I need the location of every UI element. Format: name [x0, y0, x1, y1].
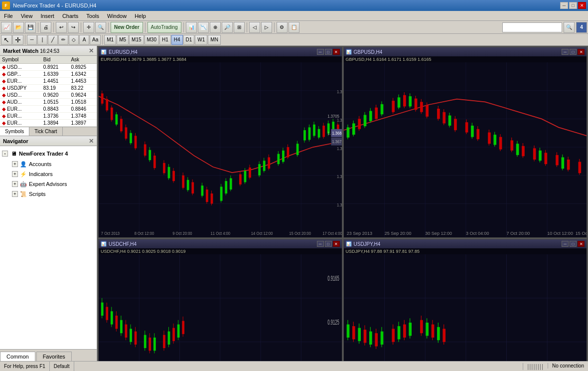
- search-button[interactable]: 🔍: [564, 22, 575, 33]
- nav-expert-advisors[interactable]: + 🤖 Expert Advisors: [10, 179, 97, 189]
- tf-w1[interactable]: W1: [195, 35, 207, 45]
- svg-rect-132: [375, 108, 378, 119]
- market-watch-row[interactable]: ◆EUR...1.37361.3748: [0, 113, 97, 120]
- close-button[interactable]: ✕: [578, 2, 586, 9]
- account-button[interactable]: 4: [576, 22, 587, 33]
- tab-common[interactable]: Common: [0, 352, 35, 361]
- market-watch-row[interactable]: ◆EUR...0.88430.8846: [0, 106, 97, 113]
- toolbar-btn-b[interactable]: 📉: [198, 22, 209, 33]
- new-order-button[interactable]: New Order: [111, 22, 143, 33]
- chart-usdchf-title: USDCHF,H4: [109, 241, 137, 247]
- chart-usdchf-titlebar: 📊 USDCHF,H4 ─ □ ✕: [99, 239, 342, 248]
- toolbar-btn-h[interactable]: ⚙: [277, 22, 288, 33]
- menu-window[interactable]: Window: [103, 12, 131, 20]
- tf-mn[interactable]: MN: [208, 35, 221, 45]
- menu-file[interactable]: File: [0, 12, 17, 20]
- ask-cell: 0.8925: [69, 64, 97, 71]
- chart-eurusd-minimize[interactable]: ─: [317, 49, 324, 55]
- toolbar-zoom[interactable]: 🔍: [95, 22, 106, 33]
- menu-help[interactable]: Help: [131, 12, 150, 20]
- tf-m1[interactable]: M1: [104, 35, 116, 45]
- chart-usdchf-maximize[interactable]: □: [325, 241, 332, 247]
- tf-m5[interactable]: M5: [117, 35, 129, 45]
- toolbar-new-chart[interactable]: 📈: [1, 22, 12, 33]
- chart-usdchf-body[interactable]: 0.9165 0.9125: [99, 254, 342, 361]
- toolbar-save[interactable]: 💾: [25, 22, 36, 33]
- tf-h4[interactable]: H4: [171, 35, 183, 45]
- toolbar-btn-g[interactable]: ▷: [261, 22, 272, 33]
- tf-h1[interactable]: H1: [159, 35, 171, 45]
- tab-favorites[interactable]: Favorites: [36, 352, 72, 361]
- market-watch-row[interactable]: ◆USD...0.96200.9624: [0, 92, 97, 99]
- menu-charts[interactable]: Charts: [58, 12, 82, 20]
- nav-expand-accounts[interactable]: +: [12, 161, 18, 167]
- autotrading-button[interactable]: AutoTrading: [147, 22, 181, 33]
- chart-usdchf-minimize[interactable]: ─: [317, 241, 324, 247]
- market-watch-row[interactable]: ◆AUD...1.05151.0518: [0, 99, 97, 106]
- minimize-button[interactable]: ─: [560, 2, 568, 9]
- navigator-close[interactable]: ✕: [89, 138, 94, 145]
- sep5: [145, 22, 146, 32]
- tool-label[interactable]: Aa: [90, 35, 101, 45]
- nav-indicators[interactable]: + ⚡ Indicators: [10, 169, 97, 179]
- chart-gbpusd-body[interactable]: 23 Sep 2013 25 Sep 20:00 30 Sep 12:00 3 …: [344, 62, 587, 237]
- tf-m30[interactable]: M30: [145, 35, 159, 45]
- nav-expand-indicators[interactable]: +: [12, 171, 18, 177]
- chart-usdjpy-maximize[interactable]: □: [570, 241, 577, 247]
- nav-expand-scripts[interactable]: +: [12, 191, 18, 197]
- menu-insert[interactable]: Insert: [36, 12, 58, 20]
- nav-accounts[interactable]: + 👤 Accounts: [10, 159, 97, 169]
- chart-gbpusd-minimize[interactable]: ─: [562, 49, 569, 55]
- toolbar-crosshair[interactable]: ✛: [83, 22, 94, 33]
- toolbar-btn-e[interactable]: ⊞: [234, 22, 245, 33]
- svg-text:23 Sep 2013: 23 Sep 2013: [346, 231, 372, 236]
- toolbar-btn-c[interactable]: ⊕: [210, 22, 221, 33]
- tool-arrow[interactable]: ↖: [1, 35, 12, 45]
- chart-eurusd-close[interactable]: ✕: [333, 49, 340, 55]
- chart-usdjpy-close[interactable]: ✕: [578, 241, 585, 247]
- search-input[interactable]: [502, 22, 562, 32]
- nav-root-label: NewForex Trader 4: [19, 151, 68, 157]
- tf-m15[interactable]: M15: [129, 35, 144, 45]
- tf-d1[interactable]: D1: [183, 35, 195, 45]
- market-watch-row[interactable]: ◆GBP...1.63391.6342: [0, 71, 97, 78]
- toolbar-redo[interactable]: ↪: [68, 22, 79, 33]
- maximize-button[interactable]: □: [569, 2, 577, 9]
- toolbar-btn-d[interactable]: 🔎: [222, 22, 233, 33]
- tool-pencil[interactable]: ✏: [58, 35, 68, 45]
- tool-crosshair[interactable]: ✛: [12, 35, 23, 45]
- market-tab-tick[interactable]: Tick Chart: [29, 127, 62, 136]
- menu-tools[interactable]: Tools: [82, 12, 103, 20]
- market-watch-close[interactable]: ✕: [89, 47, 94, 54]
- chart-eurusd-maximize[interactable]: □: [325, 49, 332, 55]
- nav-expand-root[interactable]: -: [2, 151, 8, 157]
- market-watch-row[interactable]: ◆USDJPY83.1983.22: [0, 85, 97, 92]
- tool-vline[interactable]: |: [37, 35, 47, 45]
- svg-text:17 Oct 4:00: 17 Oct 4:00: [322, 230, 341, 236]
- chart-gbpusd-maximize[interactable]: □: [570, 49, 577, 55]
- toolbar-btn-a[interactable]: 📊: [186, 22, 197, 33]
- tool-trendline[interactable]: ╱: [48, 35, 58, 45]
- chart-usdjpy-minimize[interactable]: ─: [562, 241, 569, 247]
- market-tab-symbols[interactable]: Symbols: [0, 127, 29, 136]
- menu-view[interactable]: View: [17, 12, 37, 20]
- market-watch-row[interactable]: ◆EUR...1.44511.4453: [0, 78, 97, 85]
- chart-eurusd-body[interactable]: 1.3684 1.3705 1.3684 1.3675 7 Oct 2013 8…: [99, 62, 342, 237]
- tool-period[interactable]: ◇: [69, 35, 79, 45]
- chart-usdjpy-body[interactable]: [344, 254, 587, 361]
- toolbar-open[interactable]: 📂: [13, 22, 24, 33]
- tool-text[interactable]: A: [79, 35, 89, 45]
- chart-eurusd-info: EURUSD,H4 1.3679 1.3685 1.3677 1.3684: [99, 56, 342, 62]
- toolbar-print[interactable]: 🖨: [40, 22, 51, 33]
- toolbar-btn-i[interactable]: 📋: [289, 22, 299, 33]
- chart-usdchf-close[interactable]: ✕: [333, 241, 340, 247]
- toolbar-btn-f[interactable]: ◁: [249, 22, 260, 33]
- toolbar-undo[interactable]: ↩: [56, 22, 67, 33]
- nav-expand-ea[interactable]: +: [12, 181, 18, 187]
- market-watch-row[interactable]: ◆EUR...1.38941.3897: [0, 120, 97, 127]
- chart-gbpusd-close[interactable]: ✕: [578, 49, 585, 55]
- tool-hline[interactable]: ─: [27, 35, 37, 45]
- nav-root-item[interactable]: - 🖥 NewForex Trader 4: [0, 148, 97, 159]
- nav-scripts[interactable]: + 📜 Scripts: [10, 189, 97, 199]
- market-watch-row[interactable]: ◆USD...0.89210.8925: [0, 64, 97, 71]
